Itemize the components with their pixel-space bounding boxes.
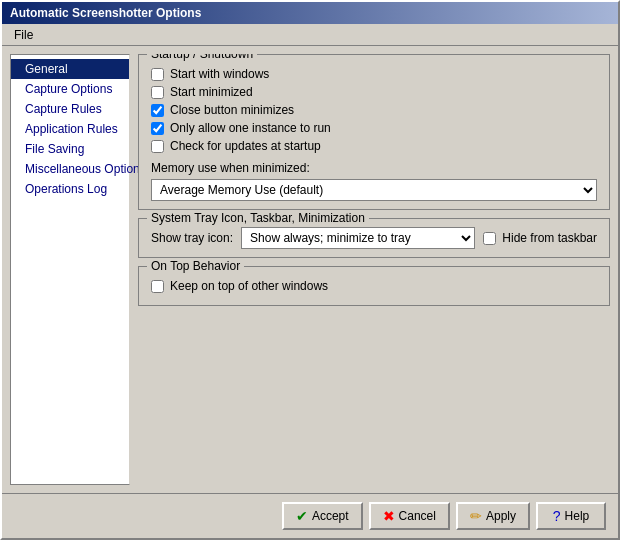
- ontop-group: On Top Behavior Keep on top of other win…: [138, 266, 610, 306]
- checkbox-row-start-minimized: Start minimized: [151, 85, 597, 99]
- sidebar: GeneralCapture OptionsCapture RulesAppli…: [10, 54, 130, 485]
- accept-label: Accept: [312, 509, 349, 523]
- apply-button[interactable]: ✏ Apply: [456, 502, 530, 530]
- startup-group-title: Startup / Shutdown: [147, 54, 257, 61]
- title-bar: Automatic Screenshotter Options: [2, 2, 618, 24]
- hide-taskbar-row: Hide from taskbar: [483, 231, 597, 245]
- check-updates-label: Check for updates at startup: [170, 139, 321, 153]
- start-windows-label: Start with windows: [170, 67, 269, 81]
- close-minimizes-checkbox[interactable]: [151, 104, 164, 117]
- start-minimized-checkbox[interactable]: [151, 86, 164, 99]
- sidebar-item-general[interactable]: General: [11, 59, 129, 79]
- cancel-label: Cancel: [399, 509, 436, 523]
- startup-group: Startup / Shutdown Start with windowsSta…: [138, 54, 610, 210]
- ontop-checkboxes: Keep on top of other windows: [151, 279, 597, 293]
- tray-group: System Tray Icon, Taskbar, Minimization …: [138, 218, 610, 258]
- start-minimized-label: Start minimized: [170, 85, 253, 99]
- help-label: Help: [565, 509, 590, 523]
- help-icon: ?: [553, 508, 561, 524]
- window-title: Automatic Screenshotter Options: [10, 6, 201, 20]
- content-area: GeneralCapture OptionsCapture RulesAppli…: [2, 46, 618, 493]
- memory-label: Memory use when minimized:: [151, 161, 597, 175]
- startup-checkboxes: Start with windowsStart minimizedClose b…: [151, 67, 597, 153]
- checkbox-row-keep-on-top: Keep on top of other windows: [151, 279, 597, 293]
- tray-select[interactable]: Show always; minimize to trayShow always…: [241, 227, 475, 249]
- hide-taskbar-checkbox[interactable]: [483, 232, 496, 245]
- main-panel: Startup / Shutdown Start with windowsSta…: [138, 54, 610, 485]
- one-instance-label: Only allow one instance to run: [170, 121, 331, 135]
- bottom-bar: ✔ Accept ✖ Cancel ✏ Apply ? Help: [2, 493, 618, 538]
- ontop-group-title: On Top Behavior: [147, 259, 244, 273]
- checkbox-row-check-updates: Check for updates at startup: [151, 139, 597, 153]
- check-updates-checkbox[interactable]: [151, 140, 164, 153]
- checkbox-row-close-minimizes: Close button minimizes: [151, 103, 597, 117]
- checkbox-row-start-windows: Start with windows: [151, 67, 597, 81]
- tray-group-title: System Tray Icon, Taskbar, Minimization: [147, 211, 369, 225]
- memory-select[interactable]: Average Memory Use (default)Low Memory U…: [151, 179, 597, 201]
- sidebar-item-capture-rules[interactable]: Capture Rules: [11, 99, 129, 119]
- keep-on-top-label: Keep on top of other windows: [170, 279, 328, 293]
- sidebar-item-capture-options[interactable]: Capture Options: [11, 79, 129, 99]
- menu-bar: File: [2, 24, 618, 46]
- checkbox-row-one-instance: Only allow one instance to run: [151, 121, 597, 135]
- help-button[interactable]: ? Help: [536, 502, 606, 530]
- sidebar-item-miscellaneous[interactable]: Miscellaneous Options: [11, 159, 129, 179]
- tray-label: Show tray icon:: [151, 231, 233, 245]
- apply-icon: ✏: [470, 508, 482, 524]
- cancel-icon: ✖: [383, 508, 395, 524]
- accept-button[interactable]: ✔ Accept: [282, 502, 363, 530]
- keep-on-top-checkbox[interactable]: [151, 280, 164, 293]
- close-minimizes-label: Close button minimizes: [170, 103, 294, 117]
- cancel-button[interactable]: ✖ Cancel: [369, 502, 450, 530]
- memory-row: Memory use when minimized: Average Memor…: [151, 161, 597, 201]
- file-menu[interactable]: File: [6, 26, 41, 44]
- sidebar-item-operations-log[interactable]: Operations Log: [11, 179, 129, 199]
- start-windows-checkbox[interactable]: [151, 68, 164, 81]
- main-window: Automatic Screenshotter Options File Gen…: [0, 0, 620, 540]
- tray-row: Show tray icon: Show always; minimize to…: [151, 227, 597, 249]
- hide-taskbar-label: Hide from taskbar: [502, 231, 597, 245]
- apply-label: Apply: [486, 509, 516, 523]
- one-instance-checkbox[interactable]: [151, 122, 164, 135]
- sidebar-item-file-saving[interactable]: File Saving: [11, 139, 129, 159]
- accept-icon: ✔: [296, 508, 308, 524]
- sidebar-item-application-rules[interactable]: Application Rules: [11, 119, 129, 139]
